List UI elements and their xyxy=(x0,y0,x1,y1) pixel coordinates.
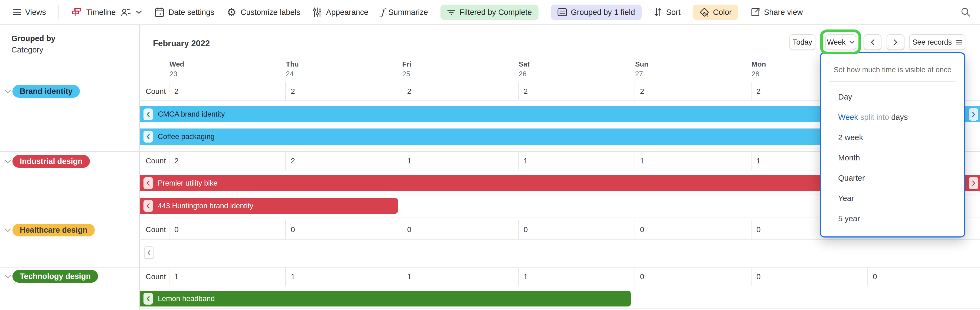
dropdown-item-text: Year xyxy=(838,194,854,203)
day-header-name: Wed xyxy=(169,60,184,68)
group-collapse-chevron-icon[interactable] xyxy=(3,226,13,235)
dropdown-item[interactable]: Month xyxy=(838,148,960,168)
count-cell: 2 xyxy=(635,82,751,101)
appearance-label: Appearance xyxy=(326,8,368,17)
dropdown-divider xyxy=(829,81,956,82)
sort-button[interactable]: Sort xyxy=(654,8,681,17)
today-label: Today xyxy=(793,38,812,46)
menu-lines-icon xyxy=(956,40,962,45)
count-cell: 0 xyxy=(867,267,980,286)
toolbar-divider xyxy=(59,5,59,19)
summarize-label: Summarize xyxy=(388,8,428,17)
day-header-name: Thu xyxy=(286,60,299,68)
date-settings-button[interactable]: 31 Date settings xyxy=(154,7,214,17)
dropdown-item-text: Quarter xyxy=(838,174,865,183)
sort-icon xyxy=(654,8,662,17)
current-view-button[interactable]: Timeline xyxy=(72,7,142,17)
record-extends-right-icon[interactable] xyxy=(969,108,978,121)
record-bar-label: Coffee packaging xyxy=(158,132,215,141)
record-bar-label: Premier utility bike xyxy=(158,179,218,188)
dropdown-item[interactable]: Day xyxy=(838,87,960,107)
dropdown-note: Set how much time is visible at once xyxy=(821,66,964,74)
zoom-level-dropdown: Set how much time is visible at once Day… xyxy=(820,52,966,237)
day-header-number: 23 xyxy=(169,70,177,78)
group-pill: Brand identity xyxy=(13,85,80,98)
hamburger-icon xyxy=(13,9,21,16)
grouped-by-button[interactable]: Grouped by 1 field xyxy=(551,5,641,20)
date-settings-label: Date settings xyxy=(169,8,214,17)
count-cell: 1 xyxy=(402,267,518,286)
appearance-button[interactable]: Appearance xyxy=(313,7,368,17)
chevron-down-icon xyxy=(136,10,142,14)
see-records-label: See records xyxy=(912,38,952,46)
dropdown-item[interactable]: 2 week xyxy=(838,127,960,148)
see-records-button[interactable]: See records xyxy=(909,34,966,50)
toolbar: Views Timeline xyxy=(0,0,980,25)
filtered-by-label: Filtered by Complete xyxy=(460,8,532,17)
count-cell: 2 xyxy=(169,151,285,170)
record-extends-left-icon[interactable] xyxy=(143,293,153,305)
prev-page-button[interactable] xyxy=(864,34,881,50)
customize-labels-button[interactable]: ⚙ Customize labels xyxy=(227,7,301,17)
row-divider-line xyxy=(139,262,980,262)
color-label: Color xyxy=(713,8,732,17)
record-extends-left-icon[interactable] xyxy=(143,200,153,212)
record-extends-left-icon[interactable] xyxy=(143,108,153,120)
summarize-button[interactable]: ƒ Summarize xyxy=(381,7,428,17)
group-collapse-chevron-icon[interactable] xyxy=(3,272,13,281)
timeline-view-icon xyxy=(72,7,82,17)
paint-tag-icon xyxy=(700,7,709,17)
next-page-button[interactable] xyxy=(886,34,904,50)
group-pill: Industrial design xyxy=(13,155,90,168)
dropdown-items: DayWeek split into days2 weekMonthQuarte… xyxy=(838,87,960,229)
search-icon[interactable] xyxy=(961,7,971,17)
group-collapse-chevron-icon[interactable] xyxy=(3,87,13,96)
chevron-right-icon xyxy=(894,39,897,45)
count-cell: 2 xyxy=(169,82,285,101)
collaborators-icon xyxy=(120,8,132,17)
color-button[interactable]: Color xyxy=(693,5,738,20)
dropdown-item-text: 5 year xyxy=(838,214,860,223)
group-pill: Technology design xyxy=(13,270,98,283)
timeline-record-bar[interactable]: Coffee packaging xyxy=(140,129,864,145)
dropdown-item[interactable]: 5 year xyxy=(838,208,960,229)
count-cell: 1 xyxy=(285,267,402,286)
group-collapse-chevron-icon[interactable] xyxy=(3,157,13,166)
count-cell: 0 xyxy=(402,220,518,239)
hidden-record-left-icon[interactable] xyxy=(144,246,154,259)
day-header-number: 25 xyxy=(402,70,410,78)
count-cell: 0 xyxy=(635,267,751,286)
filtered-by-button[interactable]: Filtered by Complete xyxy=(441,5,538,20)
count-cell: 2 xyxy=(285,151,402,170)
record-extends-right-icon[interactable] xyxy=(969,177,978,189)
count-row-label: Count xyxy=(146,151,166,170)
dropdown-item[interactable]: Week split into days xyxy=(838,107,960,127)
views-label: Views xyxy=(25,8,46,17)
day-header-name: Fri xyxy=(402,60,411,68)
count-cell: 2 xyxy=(285,82,402,101)
timeline-record-bar[interactable]: 443 Huntington brand identity xyxy=(140,198,398,214)
count-row-label: Count xyxy=(146,82,166,101)
dropdown-item[interactable]: Quarter xyxy=(838,168,960,188)
day-header-number: 28 xyxy=(751,70,759,78)
count-cell: 2 xyxy=(518,82,635,101)
timeline-record-bar[interactable]: Lemon headband xyxy=(140,291,631,307)
dropdown-item[interactable]: Year xyxy=(838,188,960,208)
count-cell: 0 xyxy=(169,220,285,239)
today-button[interactable]: Today xyxy=(789,34,815,50)
record-extends-left-icon[interactable] xyxy=(143,177,153,189)
views-menu-button[interactable]: Views xyxy=(13,8,46,17)
count-row-label: Count xyxy=(146,267,166,286)
record-extends-left-icon[interactable] xyxy=(143,130,153,143)
svg-text:31: 31 xyxy=(158,12,161,16)
share-view-button[interactable]: Share view xyxy=(751,8,803,17)
count-cell: 2 xyxy=(402,82,518,101)
share-view-label: Share view xyxy=(764,8,803,17)
airtable-timeline-view: Views Timeline xyxy=(0,0,980,310)
count-cell: 1 xyxy=(518,151,635,170)
day-header-number: 24 xyxy=(286,70,294,78)
grouped-by-label: Grouped by 1 field xyxy=(571,8,635,17)
zoom-level-button[interactable]: Week xyxy=(826,34,856,50)
function-icon: ƒ xyxy=(381,7,384,17)
count-row-label: Count xyxy=(146,220,166,239)
